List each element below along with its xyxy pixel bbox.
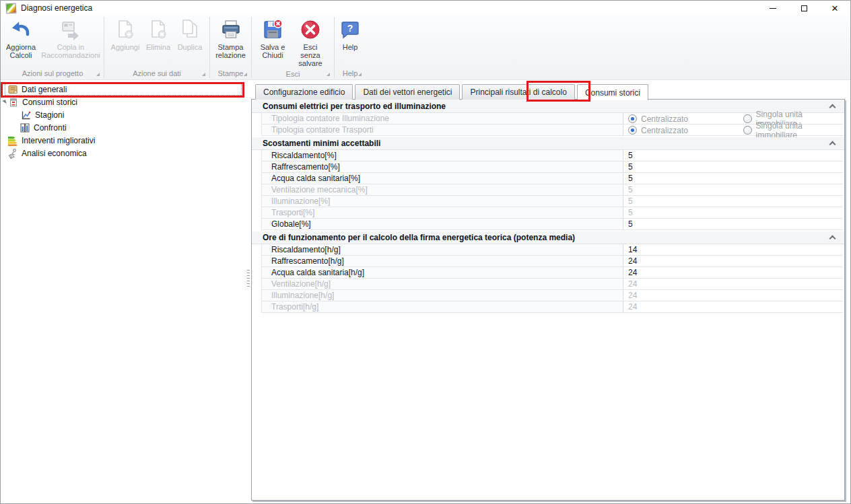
- radio-singola-unita[interactable]: Singola unità immobiliare: [743, 124, 843, 136]
- field-value[interactable]: 5: [623, 161, 843, 172]
- button-label: Aggiorna Calcoli: [5, 43, 36, 59]
- ribbon-separator: [104, 17, 104, 78]
- bar-chart-icon: [20, 122, 30, 133]
- salva-e-chiudi-button[interactable]: Salva e Chiudi: [255, 17, 290, 61]
- form-row: Ventilazione meccanica[%]5: [262, 184, 843, 196]
- tree-expander-icon[interactable]: [2, 100, 7, 104]
- page-remove-icon: [147, 19, 169, 40]
- field-label: Trasporti[h/g]: [262, 301, 623, 312]
- ribbon-group-label: Azione sui dati: [133, 69, 181, 77]
- tab-configurazione-edificio[interactable]: Configurazione edificio: [255, 84, 353, 100]
- meter-icon: [8, 97, 19, 108]
- sidebar-item-consumi-storici[interactable]: Consumi storici: [1, 96, 246, 108]
- section-title: Ore di funzionamento per il calcolo dell…: [263, 233, 575, 242]
- tab-dati-vettori-energetici[interactable]: Dati dei vettori energetici: [355, 84, 460, 100]
- tab-label: Consumi storici: [585, 88, 640, 98]
- printer-icon: [220, 19, 242, 40]
- ribbon-separator: [251, 17, 252, 78]
- tree-item-label: Interventi migliorativi: [22, 136, 95, 145]
- ribbon-group-help: ? Help Help: [335, 15, 365, 79]
- field-label: Raffrescamento[%]: [262, 161, 623, 172]
- button-label: Copia in Raccomandazioni: [41, 43, 100, 59]
- app-window: Diagnosi energetica ✕ Aggiorna Calcoli: [0, 0, 851, 504]
- maximize-button[interactable]: [788, 1, 819, 15]
- undo-icon: [10, 19, 32, 40]
- svg-text:?: ?: [347, 23, 353, 34]
- field-value: 5: [623, 207, 843, 218]
- field-label: Acqua calda sanitaria[h/g]: [262, 267, 623, 278]
- form-row: Acqua calda sanitaria[%]5: [262, 173, 843, 184]
- field-label: Riscaldamento[%]: [262, 150, 623, 161]
- tab-label: Principali risultati di calcolo: [470, 87, 566, 97]
- close-button[interactable]: ✕: [819, 1, 850, 15]
- field-value[interactable]: 24: [623, 256, 843, 266]
- form-row: Acqua calda sanitaria[h/g]24: [262, 267, 843, 279]
- form-row: Riscaldamento[%]5: [262, 150, 843, 161]
- field-label: Tipologia contatore Trasporti: [262, 124, 623, 135]
- energy-class-icon: [7, 135, 18, 146]
- section-title: Scostamenti minimi accettabili: [263, 139, 380, 148]
- field-value: 5: [623, 184, 843, 195]
- button-label: Salva e Chiudi: [258, 43, 287, 59]
- field-value[interactable]: 14: [623, 244, 843, 255]
- button-label: Help: [343, 43, 358, 51]
- tab-principali-risultati[interactable]: Principali risultati di calcolo: [462, 84, 574, 100]
- button-label: Duplica: [178, 43, 203, 51]
- section-title: Consumi elettrici per trasporto ed illum…: [263, 102, 446, 111]
- dialog-launcher-icon[interactable]: [327, 73, 330, 76]
- tree-item-label: Consumi storici: [22, 98, 77, 107]
- form-row: Riscaldamento[h/g]14: [262, 244, 843, 256]
- dialog-launcher-icon[interactable]: [96, 73, 100, 76]
- button-label: Aggiungi: [111, 43, 140, 51]
- tab-bar: Configurazione edificio Dati dei vettori…: [251, 84, 845, 100]
- titlebar: Diagnosi energetica ✕: [1, 1, 850, 15]
- ribbon-group-azioni-sul-progetto: Aggiorna Calcoli Copia in Raccomandazion…: [2, 15, 103, 79]
- field-value[interactable]: 5: [623, 150, 843, 161]
- section-ore-funzionamento: Ore di funzionamento per il calcolo dell…: [252, 231, 844, 313]
- minimize-button[interactable]: [757, 1, 788, 15]
- radio-label: Centralizzato: [641, 126, 688, 135]
- ribbon-separator: [209, 17, 210, 78]
- maximize-icon: [801, 5, 807, 11]
- radio-centralizzato[interactable]: Centralizzato: [628, 124, 688, 136]
- elimina-button: Elimina: [143, 17, 174, 52]
- dialog-launcher-icon[interactable]: [244, 73, 247, 76]
- field-value[interactable]: 24: [623, 267, 843, 278]
- field-label: Globale[%]: [262, 219, 623, 229]
- help-button[interactable]: ? Help: [337, 17, 364, 52]
- button-label: Stampa relazione: [215, 43, 247, 59]
- tree-item-label: Analisi economica: [22, 149, 87, 158]
- form-row: Illuminazione[%]5: [262, 196, 843, 207]
- sidebar-item-dati-generali[interactable]: Dati generali: [1, 83, 246, 96]
- page-duplicate-icon: [179, 19, 201, 40]
- field-label: Trasporti[%]: [262, 207, 623, 218]
- field-value: 24: [623, 290, 843, 301]
- sidebar-splitter[interactable]: [246, 80, 251, 503]
- splitter-grip-icon: [247, 270, 250, 287]
- sidebar-item-stagioni[interactable]: Stagioni: [1, 108, 246, 121]
- field-label: Illuminazione[h/g]: [262, 290, 623, 301]
- tab-consumi-storici[interactable]: Consumi storici: [577, 84, 648, 100]
- tab-content-panel: Consumi elettrici per trasporto ed illum…: [251, 99, 845, 501]
- sidebar-item-analisi-economica[interactable]: Analisi economica: [1, 147, 246, 159]
- sidebar-item-confronti[interactable]: Confronti: [1, 121, 246, 134]
- radio-centralizzato[interactable]: Centralizzato: [628, 113, 688, 124]
- button-label: Esci senza salvare: [293, 43, 328, 67]
- tree-item-label: Stagioni: [35, 110, 64, 120]
- aggiorna-calcoli-button[interactable]: Aggiorna Calcoli: [3, 17, 39, 61]
- sidebar-item-interventi-migliorativi[interactable]: Interventi migliorativi: [1, 134, 246, 147]
- esci-senza-salvare-button[interactable]: Esci senza salvare: [290, 17, 331, 69]
- form-row: Trasporti[h/g]24: [262, 301, 843, 313]
- field-value[interactable]: 5: [623, 219, 843, 229]
- collapse-chevron-icon[interactable]: [829, 141, 836, 148]
- tab-label: Dati dei vettori energetici: [363, 87, 452, 97]
- app-icon: [5, 3, 16, 13]
- field-label: Illuminazione[%]: [262, 196, 623, 207]
- collapse-chevron-icon[interactable]: [829, 236, 836, 242]
- dialog-launcher-icon[interactable]: [202, 73, 205, 76]
- stampa-relazione-button[interactable]: Stampa relazione: [212, 17, 250, 61]
- dialog-launcher-icon[interactable]: [358, 73, 362, 76]
- field-value[interactable]: 5: [623, 173, 843, 184]
- tab-label: Configurazione edificio: [263, 87, 345, 97]
- form-row: Raffrescamento[h/g]24: [262, 256, 843, 267]
